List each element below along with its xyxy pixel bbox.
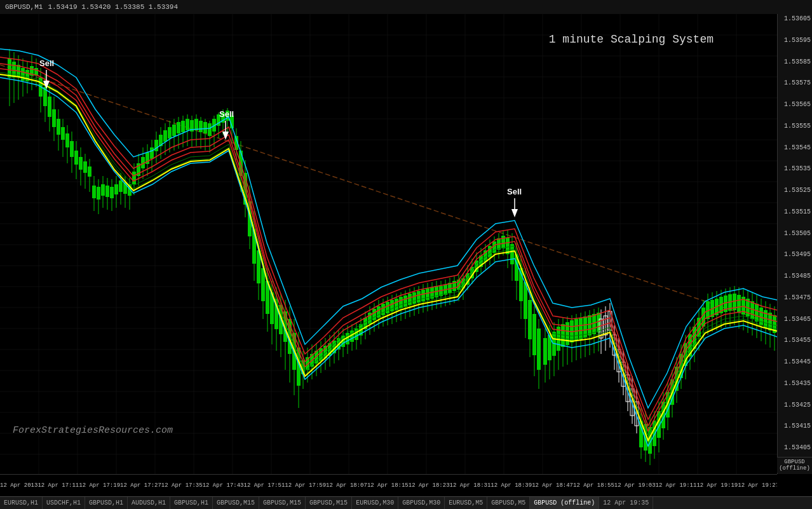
time-label: 12 Apr 17:59 [285, 482, 326, 489]
price-label: 1.53575 [779, 79, 811, 86]
time-label: 12 Apr 18:55 [573, 482, 614, 489]
svg-rect-92 [110, 187, 114, 198]
price-label: 1.53525 [779, 187, 811, 194]
svg-rect-73 [65, 133, 69, 147]
svg-rect-135 [199, 121, 203, 132]
time-label: 12 Apr 19:27 [738, 482, 777, 489]
price-label: 1.53565 [779, 101, 811, 108]
svg-rect-88 [92, 186, 96, 198]
svg-rect-120 [132, 172, 136, 184]
price-label: 1.53445 [779, 358, 811, 365]
tab-item[interactable]: GBPUSD,M15 [259, 497, 306, 509]
svg-rect-236 [417, 291, 421, 302]
time-label: 12 Apr 17:51 [243, 482, 285, 489]
time-label: 12 Apr 18:47 [532, 482, 573, 489]
svg-rect-228 [381, 304, 385, 315]
svg-rect-227 [377, 306, 381, 318]
svg-rect-90 [101, 184, 105, 196]
svg-rect-78 [88, 166, 91, 177]
svg-rect-378 [737, 295, 741, 313]
svg-rect-131 [181, 121, 185, 132]
chart-title: 1 minute Scalping System [549, 33, 714, 46]
tab-item[interactable]: GBPUSD,M15 [306, 497, 352, 509]
tab-item[interactable]: AUDUSD,H1 [128, 497, 170, 509]
tab-item[interactable]: GBPUSD (offline) [530, 497, 599, 509]
svg-text:Sell: Sell [39, 58, 54, 68]
price-label: 1.53585 [779, 58, 811, 65]
chart-area: Sell Sell Sell 1 minute Scalping System … [0, 14, 777, 474]
svg-rect-305 [592, 314, 596, 334]
svg-rect-48 [8, 58, 11, 78]
svg-rect-130 [177, 122, 180, 133]
tab-item[interactable]: GBPUSD,M5 [487, 497, 530, 509]
tab-item[interactable]: GBPUSD,M15 [213, 497, 259, 509]
svg-rect-234 [408, 294, 412, 305]
svg-rect-134 [194, 119, 198, 130]
time-label: 12 Apr 18:31 [450, 482, 491, 489]
svg-rect-231 [395, 299, 398, 310]
svg-rect-294 [543, 338, 547, 365]
svg-rect-128 [168, 127, 172, 139]
time-label: 12 Apr 18:23 [409, 482, 450, 489]
svg-rect-304 [588, 315, 592, 336]
tab-item[interactable]: EURUSD,M5 [445, 497, 487, 509]
svg-rect-280 [537, 329, 541, 370]
tab-item[interactable]: EURUSD,M30 [352, 497, 398, 509]
time-label: 12 Apr 19:11 [656, 482, 697, 489]
price-info: 1.53419 1.53420 1.53385 1.53394 [48, 3, 178, 11]
svg-rect-74 [70, 141, 74, 157]
svg-rect-226 [372, 309, 376, 320]
price-axis: 1.536051.535951.535851.535751.535651.535… [777, 14, 812, 474]
svg-rect-233 [403, 295, 407, 307]
price-label: 1.53595 [779, 37, 811, 44]
svg-marker-394 [511, 209, 518, 217]
symbol-info: GBPUSD,M1 [5, 3, 43, 11]
time-label: 12 Apr 2013 [0, 482, 37, 489]
price-label: 1.53475 [779, 294, 811, 301]
price-label: 1.53405 [779, 444, 811, 451]
svg-rect-279 [532, 314, 536, 355]
time-label: 12 Apr 17:35 [161, 482, 203, 489]
svg-rect-77 [83, 161, 87, 173]
tab-item[interactable]: GBPUSD,M30 [398, 497, 445, 509]
chart-container: GBPUSD,M1 1.53419 1.53420 1.53385 1.5339… [0, 0, 812, 509]
svg-rect-129 [172, 125, 176, 136]
svg-rect-89 [97, 187, 100, 200]
time-axis: 12 Apr 201312 Apr 17:1112 Apr 17:1912 Ap… [0, 474, 777, 496]
svg-rect-278 [528, 300, 532, 339]
svg-rect-136 [203, 122, 207, 133]
price-label: 1.53555 [779, 123, 811, 130]
svg-rect-237 [421, 290, 425, 301]
price-label: 1.53605 [779, 15, 811, 22]
price-label: 1.53465 [779, 316, 811, 323]
tab-item[interactable]: GBPUSD,H1 [85, 497, 128, 509]
watermark: ForexStrategiesResources.com [13, 425, 173, 436]
price-label: 1.53505 [779, 230, 811, 237]
time-label: 12 Apr 18:07 [326, 482, 367, 489]
price-label: 1.53495 [779, 251, 811, 258]
svg-rect-76 [79, 157, 83, 170]
price-label: 1.53425 [779, 402, 811, 409]
price-label: 1.53455 [779, 337, 811, 344]
svg-rect-235 [412, 292, 416, 304]
svg-rect-302 [579, 318, 583, 339]
tab-item[interactable]: USDCHF,H1 [43, 497, 85, 509]
svg-rect-49 [12, 62, 16, 78]
svg-rect-124 [150, 147, 154, 159]
tab-item[interactable]: 12 Apr 19:35 [599, 497, 653, 509]
svg-rect-274 [510, 244, 514, 264]
time-label: 12 Apr 19:03 [614, 482, 656, 489]
svg-rect-137 [208, 123, 212, 136]
svg-rect-301 [574, 319, 578, 341]
svg-rect-382 [755, 304, 759, 322]
time-label: 12 Apr 17:27 [120, 482, 161, 489]
svg-rect-69 [48, 97, 51, 117]
svg-rect-93 [114, 184, 118, 194]
time-label: 12 Apr 17:43 [203, 482, 244, 489]
tab-item[interactable]: EURUSD,H1 [0, 497, 43, 509]
price-label: 1.53435 [779, 380, 811, 387]
tab-item[interactable]: GBPUSD,H1 [170, 497, 213, 509]
price-label: 1.53485 [779, 273, 811, 280]
price-label: 1.53545 [779, 144, 811, 151]
tab-bar: EURUSD,H1USDCHF,H1GBPUSD,H1AUDUSD,H1GBPU… [0, 496, 812, 509]
